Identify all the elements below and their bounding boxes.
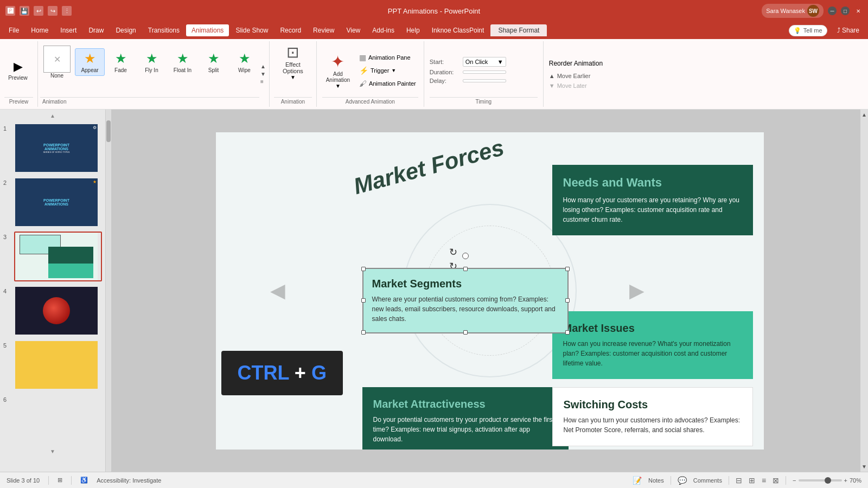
- market-issues-box[interactable]: Market Issues How can you increase reven…: [552, 311, 753, 379]
- main-area: ▲ 1 POWERPOINTANIMATIONS SERIES OF INTRO…: [0, 110, 868, 472]
- delay-input[interactable]: [463, 79, 506, 82]
- anim-wipe[interactable]: ★ Wipe: [229, 49, 259, 75]
- move-earlier-button[interactable]: ▲ Move Earlier: [549, 73, 614, 79]
- slide-img-3[interactable]: [14, 232, 102, 281]
- canvas-scrollbar[interactable]: ▲ ▼: [860, 110, 868, 472]
- scroll-down-arrow[interactable]: ▼: [260, 70, 266, 78]
- rotate-handle[interactable]: [462, 253, 469, 259]
- start-select[interactable]: On Click ▼: [463, 57, 506, 67]
- effect-options-button[interactable]: ⊡ Effect Options ▼: [277, 43, 309, 80]
- quick-access-icon[interactable]: ⋮: [62, 6, 72, 16]
- slide-thumb-2[interactable]: 2 POWERPOINTANIMATIONS ★: [2, 176, 103, 228]
- slide-thumb-4[interactable]: 4: [2, 285, 103, 337]
- handle-bl[interactable]: [361, 330, 366, 335]
- trigger-button[interactable]: ⚡ Trigger ▼: [357, 65, 418, 76]
- menu-insert[interactable]: Insert: [55, 24, 82, 36]
- canvas-scroll-up[interactable]: ▲: [861, 112, 867, 118]
- slide-img-2[interactable]: POWERPOINTANIMATIONS ★: [14, 177, 102, 227]
- anim-fade[interactable]: ★ Fade: [106, 49, 136, 75]
- zoom-slider[interactable]: [799, 479, 842, 481]
- user-badge[interactable]: Sara Wanasek SW: [762, 4, 824, 18]
- handle-bm[interactable]: [463, 330, 468, 335]
- close-button[interactable]: ✕: [854, 7, 863, 15]
- undo-icon[interactable]: ↩: [34, 6, 43, 16]
- slide-preview-inner-2: POWERPOINTANIMATIONS ★: [15, 178, 98, 226]
- scroll-more-arrow[interactable]: ≡: [260, 78, 266, 86]
- anim-flyin[interactable]: ★ Fly In: [137, 49, 167, 75]
- menu-record[interactable]: Record: [275, 24, 307, 36]
- menu-transitions[interactable]: Transitions: [143, 24, 185, 36]
- scroll-up-arrow[interactable]: ▲: [260, 63, 266, 70]
- slide-thumb-3[interactable]: 3: [2, 230, 103, 282]
- share-button[interactable]: ⤴ Share: [832, 24, 865, 36]
- comments-label[interactable]: Comments: [693, 477, 722, 484]
- slide-thumb-5[interactable]: 5: [2, 339, 103, 391]
- arrow-left-icon: ◀: [270, 279, 285, 302]
- menu-classpoint[interactable]: Inknoe ClassPoint: [426, 24, 490, 36]
- redo-icon[interactable]: ↪: [48, 6, 58, 16]
- comments-icon: 💬: [678, 476, 687, 485]
- menu-help[interactable]: Help: [401, 24, 425, 36]
- save-icon[interactable]: 💾: [20, 6, 29, 16]
- maximize-button[interactable]: □: [841, 7, 850, 15]
- zoom-thumb[interactable]: [825, 477, 831, 484]
- slide-scrollbar[interactable]: [106, 110, 111, 472]
- menu-slideshow[interactable]: Slide Show: [230, 24, 273, 36]
- view-normal-icon[interactable]: ⊟: [736, 476, 742, 485]
- animation-pane-button[interactable]: ▦ Animation Pane: [357, 52, 418, 63]
- minimize-button[interactable]: ─: [828, 7, 837, 15]
- menu-design[interactable]: Design: [110, 24, 141, 36]
- anim-appear[interactable]: ★ Appear: [75, 48, 105, 76]
- accessibility-text[interactable]: Accessibility: Investigate: [97, 477, 161, 484]
- slide-thumb-1[interactable]: 1 POWERPOINTANIMATIONS SERIES OF INTRO T…: [2, 122, 103, 174]
- slide-thumb-6[interactable]: 6: [2, 393, 103, 445]
- slide-panel-scroll-down[interactable]: ▼: [2, 447, 103, 455]
- move-later-button[interactable]: ▼ Move Later: [549, 82, 614, 89]
- slide-img-6[interactable]: [14, 394, 102, 444]
- zoom-in-icon[interactable]: +: [844, 477, 847, 484]
- menu-view[interactable]: View: [341, 24, 366, 36]
- slide-img-1[interactable]: POWERPOINTANIMATIONS SERIES OF INTRO TYP…: [14, 123, 102, 173]
- notes-label[interactable]: Notes: [648, 477, 664, 484]
- slide1-title: POWERPOINTANIMATIONS: [43, 143, 69, 151]
- view-reading-icon[interactable]: ≡: [762, 476, 766, 485]
- menu-draw[interactable]: Draw: [83, 24, 109, 36]
- anim-split[interactable]: ★ Split: [199, 49, 228, 75]
- needs-wants-box[interactable]: Needs and Wants How many of your custome…: [552, 165, 753, 235]
- anim-none[interactable]: ✕ None: [40, 43, 74, 81]
- market-segments-box[interactable]: Market Segments Where are your potential…: [362, 268, 569, 333]
- handle-ml[interactable]: [361, 298, 366, 303]
- tell-me-input[interactable]: 💡 Tell me: [789, 25, 827, 36]
- slide-img-4[interactable]: [14, 286, 102, 336]
- preview-button[interactable]: ▶ Preview: [4, 57, 31, 83]
- switching-costs-box[interactable]: Switching Costs How can you turn your cu…: [552, 387, 753, 446]
- effect-options-group[interactable]: ⊡ Effect Options ▼ Animation: [270, 41, 317, 107]
- rotate-icon-1[interactable]: ↻: [449, 246, 457, 258]
- menu-animations[interactable]: Animations: [186, 24, 229, 36]
- canvas-scroll-down[interactable]: ▼: [861, 464, 867, 470]
- market-attractiveness-title: Market Attractiveness: [373, 398, 558, 410]
- anim-floatin[interactable]: ★ Float In: [168, 49, 197, 75]
- scrollbar-thumb[interactable]: [106, 120, 111, 142]
- duration-input[interactable]: [463, 70, 506, 74]
- handle-mr[interactable]: [565, 298, 570, 303]
- menu-home[interactable]: Home: [25, 24, 54, 36]
- zoom-control[interactable]: − + 70%: [793, 477, 861, 484]
- animation-painter-button[interactable]: 🖌 Animation Painter: [357, 78, 418, 89]
- slide-panel-scroll-up[interactable]: ▲: [2, 112, 103, 120]
- menu-shape-format[interactable]: Shape Format: [490, 24, 547, 36]
- status-divider-4: [729, 476, 729, 485]
- market-attractiveness-box[interactable]: Market Attractiveness Do your potential …: [362, 387, 569, 450]
- zoom-out-icon[interactable]: −: [793, 477, 796, 484]
- handle-tr[interactable]: [565, 267, 570, 271]
- menu-review[interactable]: Review: [308, 24, 340, 36]
- menu-addins[interactable]: Add-ins: [367, 24, 400, 36]
- add-animation-button[interactable]: ✦ Add Animation ▼: [322, 50, 354, 91]
- view-presenter-icon[interactable]: ⊠: [773, 476, 779, 485]
- handle-tm[interactable]: [463, 267, 468, 271]
- handle-tl[interactable]: [361, 267, 366, 271]
- menu-file[interactable]: File: [3, 24, 24, 36]
- view-slide-sorter-icon[interactable]: ⊞: [749, 476, 755, 485]
- handle-br[interactable]: [565, 330, 570, 335]
- slide-img-5[interactable]: [14, 340, 102, 390]
